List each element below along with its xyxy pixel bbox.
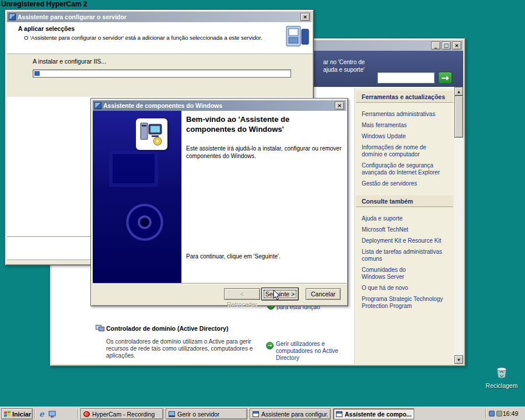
windows-logo-icon (4, 411, 10, 417)
link-whats-new[interactable]: O que há de novo (362, 285, 444, 292)
see-also-section-header: Consulte também (356, 195, 453, 207)
close-button[interactable]: × (452, 41, 461, 50)
taskbar-separator (78, 409, 79, 419)
link-help-support[interactable]: Ajuda e suporte (362, 215, 444, 222)
link-common-tasks[interactable]: Lista de tarefas administrativas comuns (362, 249, 444, 262)
hypercam-icon (83, 411, 90, 417)
task-label: HyperCam - Recording (92, 411, 155, 418)
link-server-management[interactable]: Gestão de servidores (362, 180, 444, 187)
search-go-button[interactable]: → (438, 72, 452, 84)
components-title: Assistente de componentes do Windows (103, 102, 334, 109)
minimize-button[interactable]: _ (431, 41, 440, 50)
start-button[interactable]: Iniciar (1, 408, 33, 419)
components-wizard-window: Assistente de componentes do Windows × (90, 98, 348, 306)
progress-titlebar: Assistente para configurar o servidor × (7, 12, 312, 22)
wizard-heading: A aplicar selecções (18, 25, 75, 32)
welcome-heading: Bem-vindo ao 'Assistente de componentes … (186, 114, 307, 134)
dc-section-title: Controlador de domínio (Active Directory… (106, 325, 228, 332)
show-desktop-icon[interactable] (48, 410, 57, 418)
header-divider (7, 54, 313, 55)
tray-icon[interactable] (489, 411, 495, 416)
progress-bar (33, 69, 291, 78)
components-titlebar: Assistente de componentes do Windows × (93, 100, 346, 111)
link-domain-name-info[interactable]: Informações de nome de domínio e computa… (362, 144, 444, 158)
internet-explorer-icon[interactable]: e (37, 410, 46, 418)
taskbar-separator (485, 409, 487, 419)
link-technet[interactable]: Microsoft TechNet (362, 226, 444, 233)
link-communities[interactable]: Comunidades do Windows Server (362, 267, 430, 281)
restore-button[interactable]: □ (442, 41, 451, 50)
task-manage-server[interactable]: Gerir o servidor (166, 408, 247, 419)
computer-cd-icon (139, 120, 164, 148)
link-stpp[interactable]: Programa Strategic Technology Protection… (362, 296, 444, 310)
dc-section-description: Os controladores de domínio utilizam o A… (106, 338, 257, 359)
wizard-description: O 'Assistente para configurar o servidor… (24, 34, 284, 41)
task-label: Gerir o servidor (177, 411, 219, 418)
task-components-wizard[interactable]: Assistente de compo... (333, 408, 414, 419)
close-button[interactable]: × (300, 13, 310, 21)
taskbar: Iniciar e HyperCam - Recording Gerir o s… (0, 407, 525, 420)
scroll-thumb[interactable] (454, 96, 463, 138)
tools-links: Ferramentas administrativas Mais ferrame… (355, 103, 454, 187)
see-also-links: Ajuda e suporte Microsoft TechNet Deploy… (355, 207, 454, 310)
go-arrow-icon: → (441, 72, 449, 83)
taskbar-clock: 16:49 (503, 410, 518, 417)
computer-graphic-box (136, 118, 167, 150)
wizard-icon (253, 411, 259, 417)
server-icon (169, 411, 175, 417)
link-ie-security[interactable]: Configuração de segurança avançada do In… (362, 162, 444, 176)
wizard-window-icon (9, 13, 16, 20)
link-arrow-icon: → (266, 342, 274, 349)
taskbar-separator (34, 409, 36, 419)
search-input[interactable] (377, 72, 435, 83)
configure-server-icon (285, 23, 310, 51)
watermark-cd-shape (125, 203, 164, 242)
link-deployment-kit[interactable]: Deployment Kit e Resource Kit (362, 237, 444, 244)
domain-controller-icon (96, 324, 104, 335)
recycle-bin[interactable]: Reciclagem (480, 364, 524, 389)
side-panel: Ferramentas e actualizações Ferramentas … (354, 88, 454, 364)
wizard-welcome-page: Bem-vindo ao 'Assistente de componentes … (93, 111, 347, 283)
tools-section-header: Ferramentas e actualizações (356, 91, 453, 103)
back-button[interactable]: < Retroceder (224, 288, 260, 300)
ie-glyph: e (39, 410, 44, 418)
search-caption: ar no 'Centro de ajuda e suporte' (323, 58, 380, 74)
task-hypercam[interactable]: HyperCam - Recording (80, 408, 163, 419)
scroll-down-button[interactable]: ▼ (454, 355, 463, 364)
components-window-icon (94, 102, 102, 109)
scroll-up-button[interactable]: ▲ (454, 87, 463, 96)
hypercam-watermark: Unregistered HyperCam 2 (1, 0, 87, 8)
dc-manage-users-link[interactable]: Gerir utilizadores e computadores no Act… (276, 341, 346, 362)
task-label: Assistente de compo... (345, 411, 411, 418)
link-more-tools[interactable]: Mais ferramentas (362, 122, 444, 129)
close-button[interactable]: × (335, 102, 344, 110)
task-configure-wizard[interactable]: Assistente para configur... (250, 408, 331, 419)
cancel-button[interactable]: Cancelar (306, 288, 341, 300)
wizard-watermark-panel (93, 111, 181, 283)
button-row-divider (93, 283, 346, 284)
install-status-text: A instalar e configurar IIS... (33, 58, 106, 65)
recycle-bin-icon (494, 371, 509, 381)
watermark-monitor-shape (109, 150, 158, 187)
tray-icon[interactable] (496, 411, 502, 416)
vertical-scrollbar[interactable]: ▲ ▼ (454, 87, 463, 364)
link-admin-tools[interactable]: Ferramentas administrativas (362, 111, 444, 118)
progress-fill (34, 71, 40, 76)
start-label: Iniciar (12, 411, 31, 418)
link-windows-update[interactable]: Windows Update (362, 133, 444, 140)
desktop: Unregistered HyperCam 2 Gerir o servidor… (0, 0, 525, 420)
wizard-icon (336, 411, 342, 417)
continue-hint-text: Para continuar, clique em 'Seguinte'. (186, 253, 347, 260)
progress-title: Assistente para configurar o servidor (18, 13, 299, 20)
task-label: Assistente para configur... (261, 411, 328, 418)
next-button[interactable]: Seguinte > (261, 288, 299, 300)
welcome-body-text: Este assistente irá ajudá-lo a instalar,… (186, 145, 347, 160)
recycle-bin-label: Reciclagem (480, 382, 524, 389)
